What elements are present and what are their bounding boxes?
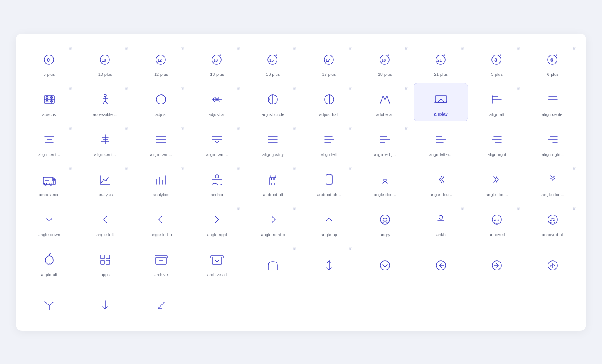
icon-cell-ankh[interactable]: ♛ankh [414, 203, 468, 242]
icon-cell-archive-alt[interactable]: archive-alt [190, 243, 244, 282]
crown-icon: ♛ [572, 46, 576, 51]
icon-cell-align-cent1[interactable]: ♛align-cent... [22, 123, 76, 161]
crown-icon: ♛ [293, 126, 296, 131]
icon-cell-ambulance[interactable]: ♛ambulance [22, 163, 76, 201]
icon-cell-align-letter[interactable]: align-letter... [414, 123, 468, 161]
icon-image-align-right [488, 130, 506, 149]
icon-cell-angle-left-b[interactable]: angle-left-b [134, 203, 188, 242]
icon-label-ankh: ankh [436, 232, 446, 237]
icon-cell-21-plus[interactable]: ♛ 21 + 21-plus [414, 43, 468, 81]
icon-image-adjust-circle [264, 90, 282, 109]
icon-cell-arrow-circle-right[interactable] [470, 243, 524, 282]
svg-point-114 [551, 220, 552, 221]
icon-cell-align-left[interactable]: ♛align-left [302, 123, 356, 161]
icon-cell-align-center[interactable]: align-center [526, 83, 580, 121]
icon-image-angle-up [320, 210, 338, 229]
icon-cell-arrow-circle-up[interactable] [526, 243, 580, 282]
icon-cell-18-plus[interactable]: ♛ 18 + 18-plus [358, 43, 412, 81]
icon-cell-adjust[interactable]: ♛adjust [134, 83, 188, 121]
icon-label-abacus: abacus [42, 112, 56, 117]
icon-cell-angle-down[interactable]: angle-down [22, 203, 76, 242]
icon-cell-align-justify[interactable]: ♛align-justify [246, 123, 300, 161]
icon-cell-angle-dou1[interactable]: angle-dou... [358, 163, 412, 201]
icon-image-align-right2 [543, 130, 562, 149]
icon-cell-apple-alt[interactable]: apple-alt [22, 243, 76, 282]
icon-cell-abacus[interactable]: ♛abacus [22, 83, 76, 121]
icon-cell-airplay[interactable]: airplay [414, 83, 468, 121]
icon-cell-adjust-half[interactable]: ♛adjust-half [302, 83, 356, 121]
icon-label-archive: archive [154, 272, 168, 277]
icon-cell-0-plus[interactable]: ♛ 0 + 0-plus [22, 43, 76, 81]
svg-point-112 [498, 220, 499, 221]
icon-cell-analytics[interactable]: ♛analytics [134, 163, 188, 201]
svg-point-111 [495, 220, 496, 221]
icon-image-align-left [320, 130, 338, 149]
icon-cell-align-cent4[interactable]: ♛align-cent... [190, 123, 244, 161]
icon-cell-arrow-down[interactable] [78, 283, 132, 322]
icon-cell-12-plus[interactable]: ♛ 12 + 12-plus [134, 43, 188, 81]
icon-image-17-plus: 17 + [320, 50, 338, 69]
icon-cell-annoyed[interactable]: ♛annoyed [470, 203, 524, 242]
icon-image-abacus [40, 90, 59, 109]
icon-cell-arrow-down-left[interactable] [134, 283, 188, 322]
icon-cell-android-ph[interactable]: ♛android-ph... [302, 163, 356, 201]
icon-cell-13-plus[interactable]: ♛ 13 + 13-plus [190, 43, 244, 81]
svg-text:17: 17 [326, 58, 330, 62]
icon-cell-align-left-j[interactable]: ♛align-left-j... [358, 123, 412, 161]
icon-cell-arch[interactable]: ♛ [246, 243, 300, 282]
svg-point-103 [380, 215, 390, 224]
icon-label-10-plus: 10-plus [98, 72, 112, 77]
icon-cell-adobe-alt[interactable]: ♛adobe-alt [358, 83, 412, 121]
icon-cell-angle-dou3[interactable]: angle-dou... [470, 163, 524, 201]
svg-text:+: + [108, 54, 110, 57]
icon-cell-arrow-circle-down[interactable] [358, 243, 412, 282]
icon-image-adobe-alt [376, 90, 394, 109]
icon-cell-analysis[interactable]: ♛analysis [78, 163, 132, 201]
icon-image-align-cent4 [208, 130, 226, 149]
icon-cell-annoyed-alt[interactable]: ♛annoyed-alt [526, 203, 580, 242]
icon-cell-android-alt[interactable]: ♛android-alt [246, 163, 300, 201]
icon-image-angle-dou1 [376, 170, 394, 189]
icon-cell-arrow-circle-left[interactable] [414, 243, 468, 282]
icon-cell-angle-right[interactable]: ♛angle-right [190, 203, 244, 242]
svg-point-109 [492, 215, 501, 224]
icon-cell-10-plus[interactable]: ♛ 10 + 10-plus [78, 43, 132, 81]
icon-cell-16-plus[interactable]: ♛ 16 + 16-plus [246, 43, 300, 81]
icon-cell-17-plus[interactable]: ♛ 17 + 17-plus [302, 43, 356, 81]
icon-image-analysis [96, 170, 114, 189]
icon-image-align-cent1 [40, 130, 59, 149]
icon-cell-angle-right-b[interactable]: ♛angle-right-b [246, 203, 300, 242]
icon-cell-angle-dou2[interactable]: angle-dou... [414, 163, 468, 201]
icon-image-align-center [543, 90, 562, 109]
icon-image-angle-right-b [264, 210, 282, 229]
icon-cell-align-alt[interactable]: ♛align-alt [470, 83, 524, 121]
icon-image-annoyed [488, 210, 506, 229]
icon-cell-adjust-circle[interactable]: ♛adjust-circle [246, 83, 300, 121]
svg-text:10: 10 [102, 58, 106, 62]
icon-image-archive [152, 250, 170, 269]
icon-cell-adjust-alt[interactable]: ♛adjust-alt [190, 83, 244, 121]
icon-cell-angle-up[interactable]: angle-up [302, 203, 356, 242]
icon-cell-angle-dou4[interactable]: ♛angle-dou... [526, 163, 580, 201]
icon-cell-6-plus[interactable]: ♛ 6 + 6-plus [526, 43, 580, 81]
icon-cell-align-cent2[interactable]: ♛align-cent... [78, 123, 132, 161]
icon-cell-3-plus[interactable]: ♛ 3 + 3-plus [470, 43, 524, 81]
icon-image-arrow-down [96, 296, 114, 315]
crown-icon: ♛ [237, 126, 240, 131]
icon-image-arrow-circle-up [543, 256, 562, 275]
crown-icon: ♛ [293, 86, 296, 91]
crown-icon: ♛ [69, 86, 72, 91]
icon-cell-archive[interactable]: archive [134, 243, 188, 282]
icon-cell-arrows-merge[interactable] [22, 283, 76, 322]
svg-point-100 [274, 179, 275, 180]
icon-cell-anchor[interactable]: ♛anchor [190, 163, 244, 201]
crown-icon: ♛ [516, 86, 520, 91]
icon-cell-align-cent3[interactable]: ♛align-cent... [134, 123, 188, 161]
icon-cell-align-right[interactable]: align-right [470, 123, 524, 161]
icon-cell-apps[interactable]: apps [78, 243, 132, 282]
icon-cell-arrows-v[interactable]: ♛ [302, 243, 356, 282]
icon-cell-angry[interactable]: angry [358, 203, 412, 242]
icon-cell-accessible[interactable]: ♛accessible-... [78, 83, 132, 121]
icon-cell-align-right2[interactable]: align-right... [526, 123, 580, 161]
icon-cell-angle-left[interactable]: angle-left [78, 203, 132, 242]
